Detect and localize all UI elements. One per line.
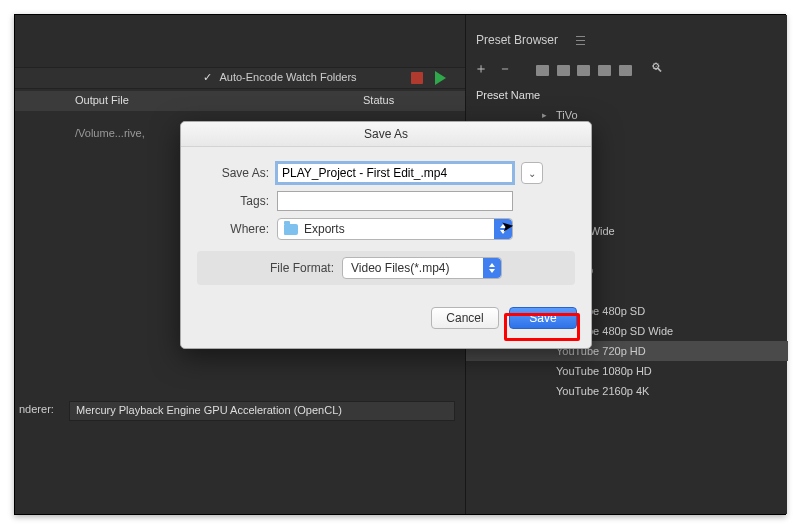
checkmark-icon: ✓ xyxy=(203,71,213,81)
queue-column-headers: Output File Status xyxy=(15,91,465,111)
saveas-input[interactable] xyxy=(277,163,513,183)
where-label: Where: xyxy=(197,222,269,236)
dialog-title: Save As xyxy=(181,122,591,147)
column-output-file[interactable]: Output File xyxy=(75,94,129,106)
panel-menu-icon[interactable] xyxy=(576,36,585,45)
chevron-updown-icon xyxy=(483,258,501,278)
folder-icon xyxy=(284,224,298,235)
renderer-select[interactable]: Mercury Playback Engine GPU Acceleration… xyxy=(69,401,455,421)
search-icon[interactable]: 🔍︎ xyxy=(648,60,666,76)
queue-topbar: ✓ Auto-Encode Watch Folders xyxy=(15,67,465,89)
preset-toolbar: ＋ － 🔍︎ xyxy=(472,59,782,83)
file-format-row: File Format: Video Files(*.mp4) xyxy=(197,251,575,285)
file-format-value: Video Files(*.mp4) xyxy=(351,261,449,275)
tags-label: Tags: xyxy=(197,194,269,208)
folder-icon[interactable] xyxy=(598,65,611,76)
save-as-dialog: Save As Save As: ⌄ Tags: Where: Exports xyxy=(180,121,592,349)
remove-preset-icon[interactable]: － xyxy=(496,60,514,76)
stop-icon[interactable] xyxy=(411,72,423,84)
folder-icon[interactable] xyxy=(536,65,549,76)
play-icon[interactable] xyxy=(435,71,446,85)
renderer-label: nderer: xyxy=(19,403,54,415)
folder-icon[interactable] xyxy=(577,65,590,76)
file-format-select[interactable]: Video Files(*.mp4) xyxy=(342,257,502,279)
folder-icon[interactable] xyxy=(557,65,570,76)
save-button[interactable]: Save xyxy=(509,307,577,329)
preset-item[interactable]: YouTube 2160p 4K xyxy=(466,381,788,401)
queue-row-path[interactable]: /Volume...rive, xyxy=(75,127,145,139)
folder-icon[interactable] xyxy=(619,65,632,76)
where-select[interactable]: Exports xyxy=(277,218,513,240)
renderer-bar: nderer: Mercury Playback Engine GPU Acce… xyxy=(15,399,465,423)
preset-item[interactable]: YouTube 1080p HD xyxy=(466,361,788,381)
saveas-label: Save As: xyxy=(197,166,269,180)
chevron-updown-icon xyxy=(494,219,512,239)
column-status[interactable]: Status xyxy=(363,94,394,106)
preset-name-header[interactable]: Preset Name xyxy=(476,89,540,101)
file-format-label: File Format: xyxy=(270,261,334,275)
expand-button[interactable]: ⌄ xyxy=(521,162,543,184)
auto-encode-checkbox[interactable]: ✓ Auto-Encode Watch Folders xyxy=(203,71,357,83)
app-window: ✓ Auto-Encode Watch Folders Output File … xyxy=(14,14,786,515)
where-value: Exports xyxy=(304,222,345,236)
cancel-button[interactable]: Cancel xyxy=(431,307,499,329)
tags-input[interactable] xyxy=(277,191,513,211)
preset-browser-title: Preset Browser xyxy=(476,33,558,47)
add-preset-icon[interactable]: ＋ xyxy=(472,60,490,76)
auto-encode-label: Auto-Encode Watch Folders xyxy=(219,71,356,83)
